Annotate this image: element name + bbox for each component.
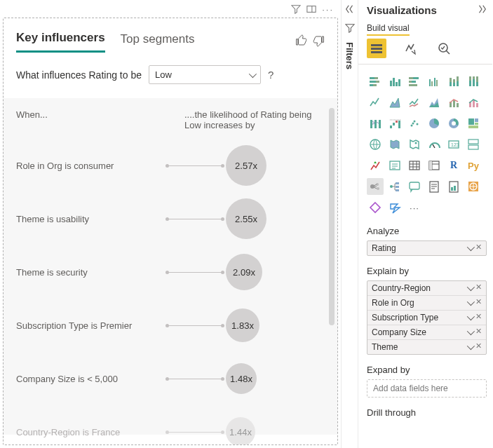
stacked-column-icon[interactable]: [445, 73, 462, 90]
combo2-icon[interactable]: [465, 94, 482, 111]
influencer-bubble[interactable]: 2.09x: [226, 254, 262, 290]
key-influencers-icon[interactable]: [367, 178, 384, 195]
decomposition-icon[interactable]: [386, 178, 403, 195]
chevron-down-icon[interactable]: [467, 313, 473, 323]
target-value-select[interactable]: Low: [149, 65, 261, 84]
influencer-row[interactable]: Company Size is < 5,0001.48x: [16, 352, 325, 405]
shape-map-icon[interactable]: [406, 136, 423, 153]
explain-by-well[interactable]: Country-Region ✕Role in Org ✕Subscriptio…: [367, 280, 487, 355]
visual-toolbar: ···: [3, 3, 338, 18]
clustered-column-icon[interactable]: [386, 73, 403, 90]
analytics-mode[interactable]: [434, 39, 454, 58]
more-icon[interactable]: ···: [322, 4, 334, 16]
combo-icon[interactable]: [445, 94, 462, 111]
remove-field-icon[interactable]: ✕: [475, 313, 482, 323]
narrative-icon[interactable]: [426, 178, 443, 195]
build-visual-mode[interactable]: [367, 39, 386, 58]
chevron-down-icon[interactable]: [467, 327, 473, 337]
filters-pane-label[interactable]: Filters: [344, 42, 355, 69]
influencer-bubble[interactable]: 2.55x: [226, 198, 266, 239]
multi-card-icon[interactable]: [465, 136, 482, 153]
filled-map-icon[interactable]: [386, 136, 403, 153]
svg-rect-59: [468, 125, 478, 128]
remove-field-icon[interactable]: ✕: [475, 342, 482, 352]
thumbs-up-icon[interactable]: [295, 34, 308, 49]
scrollbar[interactable]: [329, 108, 335, 325]
analyze-well[interactable]: Rating ✕: [367, 240, 487, 256]
field-item[interactable]: Subscription Type ✕: [367, 311, 486, 325]
line2-icon[interactable]: [406, 94, 423, 111]
remove-field-icon[interactable]: ✕: [475, 243, 482, 253]
expand-filters-icon[interactable]: [345, 4, 355, 16]
svg-rect-40: [473, 100, 475, 107]
ribbon-icon[interactable]: [367, 115, 384, 132]
field-item[interactable]: Theme ✕: [367, 340, 486, 354]
stacked-bar2-icon[interactable]: [406, 73, 423, 90]
chevron-down-icon[interactable]: [467, 342, 473, 352]
table-icon[interactable]: [406, 157, 423, 174]
svg-point-49: [411, 125, 413, 127]
influencer-row[interactable]: Theme is usability2.55x: [16, 192, 325, 245]
tab-key-influencers[interactable]: Key influencers: [16, 31, 105, 53]
py-visual-icon[interactable]: Py: [465, 157, 482, 174]
paginated-icon[interactable]: [445, 178, 462, 195]
filter-pane-icon[interactable]: [345, 23, 355, 35]
stacked-bar-icon[interactable]: [367, 73, 384, 90]
connector-line: [167, 432, 223, 433]
slicer-icon[interactable]: [386, 157, 403, 174]
area-icon[interactable]: [386, 94, 403, 111]
100stacked-column-icon[interactable]: [465, 73, 482, 90]
svg-rect-74: [396, 182, 399, 184]
kpi-icon[interactable]: [367, 157, 384, 174]
remove-field-icon[interactable]: ✕: [475, 298, 482, 308]
collapse-visualizations-icon[interactable]: [477, 4, 487, 16]
pie-icon[interactable]: [426, 115, 443, 132]
stacked-area-icon[interactable]: [426, 94, 443, 111]
svg-rect-17: [409, 84, 417, 86]
expand-by-placeholder[interactable]: Add data fields here: [367, 379, 487, 398]
svg-rect-67: [410, 161, 419, 170]
influencer-bubble[interactable]: 1.48x: [226, 363, 257, 394]
powerapps-icon[interactable]: [367, 199, 384, 216]
remove-field-icon[interactable]: ✕: [475, 327, 482, 337]
arcgis-icon[interactable]: [465, 178, 482, 195]
influencer-bubble[interactable]: 1.83x: [226, 308, 259, 342]
svg-rect-77: [410, 182, 419, 189]
format-visual-mode[interactable]: [400, 39, 420, 58]
scatter-icon[interactable]: [406, 115, 423, 132]
map-icon[interactable]: [367, 136, 384, 153]
field-item[interactable]: Company Size ✕: [367, 325, 486, 340]
influencer-bubble[interactable]: 1.44x: [226, 417, 255, 445]
matrix-icon[interactable]: [426, 157, 443, 174]
influencer-bubble[interactable]: 2.57x: [226, 145, 266, 186]
qa-icon[interactable]: [406, 178, 423, 195]
field-item[interactable]: Rating ✕: [367, 241, 486, 255]
donut-icon[interactable]: [445, 115, 462, 132]
waterfall-icon[interactable]: [386, 115, 403, 132]
chevron-down-icon[interactable]: [467, 298, 473, 308]
chevron-down-icon[interactable]: [467, 283, 473, 293]
influencer-row[interactable]: Theme is security2.09x: [16, 245, 325, 299]
r-visual-icon[interactable]: R: [445, 157, 462, 174]
thumbs-down-icon[interactable]: [312, 34, 325, 49]
filter-icon[interactable]: [291, 4, 301, 16]
remove-field-icon[interactable]: ✕: [475, 283, 482, 293]
influencer-row[interactable]: Country-Region is France1.44x: [16, 405, 325, 445]
treemap-icon[interactable]: [465, 115, 482, 132]
tab-top-segments[interactable]: Top segments: [121, 32, 195, 52]
more-visuals-icon[interactable]: ···: [406, 199, 423, 216]
svg-point-55: [452, 121, 456, 125]
help-icon[interactable]: ?: [268, 69, 273, 81]
field-item[interactable]: Role in Org ✕: [367, 296, 486, 311]
influencer-row[interactable]: Subscription Type is Premier1.83x: [16, 299, 325, 352]
clustered-column2-icon[interactable]: [426, 73, 443, 90]
field-item[interactable]: Country-Region ✕: [367, 281, 486, 296]
line-icon[interactable]: [367, 94, 384, 111]
gauge-icon[interactable]: [426, 136, 443, 153]
powerautomate-icon[interactable]: [386, 199, 403, 216]
chevron-down-icon[interactable]: [467, 243, 473, 253]
influencer-row[interactable]: Role in Org is consumer2.57x: [16, 139, 325, 192]
focus-mode-icon[interactable]: [306, 4, 316, 16]
card-icon[interactable]: 123: [445, 136, 462, 153]
influencer-label: Theme is security: [16, 267, 167, 278]
